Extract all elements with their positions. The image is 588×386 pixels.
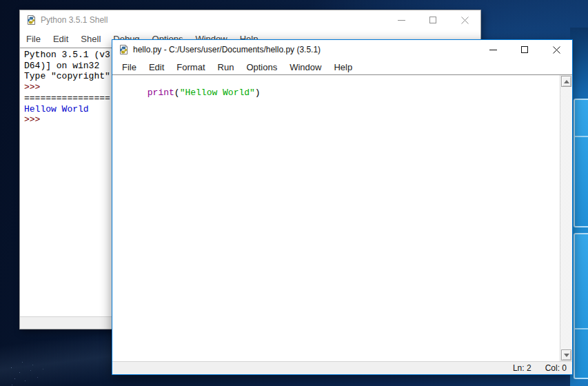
scroll-up-icon — [564, 80, 569, 83]
status-column-indicator: Col: 0 — [545, 363, 567, 373]
maximize-button[interactable] — [509, 40, 540, 59]
status-line-indicator: Ln: 2 — [513, 363, 531, 373]
editor-window: hello.py - C:/Users/user/Documents/hello… — [112, 39, 573, 375]
minimize-button[interactable] — [477, 40, 509, 59]
scroll-down-button[interactable] — [561, 349, 571, 360]
editor-menu-help[interactable]: Help — [327, 61, 358, 74]
code-keyword: print — [148, 88, 174, 98]
editor-titlebar[interactable]: hello.py - C:/Users/user/Documents/hello… — [112, 40, 572, 59]
wallpaper-speckles — [10, 366, 10, 367]
minimize-icon — [398, 20, 405, 21]
shell-menu-file[interactable]: File — [20, 32, 47, 45]
scroll-down-icon — [564, 354, 569, 357]
close-button[interactable] — [540, 40, 572, 59]
idle-app-icon[interactable] — [118, 44, 129, 55]
editor-menu-file[interactable]: File — [116, 61, 143, 74]
editor-body: print("Hellow World") — [112, 74, 572, 361]
editor-window-controls — [477, 40, 572, 59]
editor-menubar: File Edit Format Run Options Window Help — [112, 59, 572, 74]
shell-menu-edit[interactable]: Edit — [47, 32, 74, 45]
close-button[interactable] — [449, 10, 480, 30]
code-string: "Hellow World" — [180, 88, 255, 98]
shell-window-controls — [385, 10, 480, 30]
minimize-icon — [489, 50, 497, 50]
editor-menu-window[interactable]: Window — [283, 61, 327, 74]
wallpaper-window-pane — [574, 233, 588, 379]
editor-menu-format[interactable]: Format — [170, 61, 211, 74]
idle-app-icon[interactable] — [26, 14, 37, 26]
scroll-up-button[interactable] — [561, 76, 571, 87]
editor-menu-run[interactable]: Run — [212, 61, 241, 74]
minimize-button[interactable] — [385, 10, 417, 30]
wallpaper-window-pane — [574, 99, 588, 227]
close-icon — [461, 17, 469, 24]
maximize-button[interactable] — [417, 10, 449, 30]
editor-window-title: hello.py - C:/Users/user/Documents/hello… — [133, 45, 321, 54]
editor-menu-options[interactable]: Options — [240, 61, 283, 74]
close-icon — [553, 46, 560, 54]
maximize-icon — [521, 46, 528, 53]
code-paren: ( — [174, 88, 180, 98]
editor-menu-edit[interactable]: Edit — [143, 61, 170, 74]
shell-window-title: Python 3.5.1 Shell — [41, 15, 108, 25]
code-editor-area[interactable]: print("Hellow World") — [112, 75, 560, 361]
vertical-scrollbar[interactable] — [560, 75, 572, 361]
maximize-icon — [429, 17, 436, 23]
shell-menu-shell[interactable]: Shell — [74, 32, 107, 45]
shell-titlebar[interactable]: Python 3.5.1 Shell — [20, 10, 480, 30]
editor-status-bar: Ln: 2 Col: 0 — [112, 361, 572, 374]
code-paren: ) — [255, 88, 261, 98]
